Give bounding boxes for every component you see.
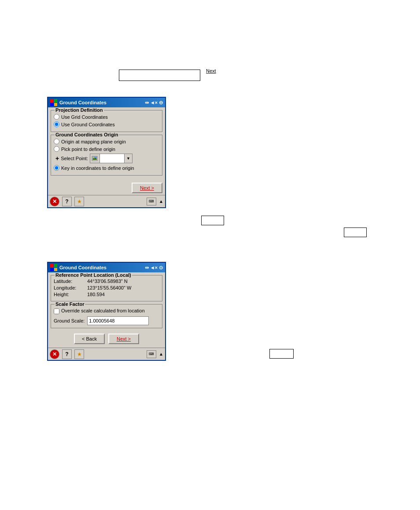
ground-scale-label: Ground Scale: <box>54 318 85 323</box>
radio-mapping-label: Origin at mapping plane origin <box>61 139 126 144</box>
reference-group-label: Reference Point Location (Local) <box>55 272 132 278</box>
title-buttons-1: ⇔ ◄× ⊖ <box>145 100 163 106</box>
float-box-2 <box>344 227 367 237</box>
close-icon-1[interactable]: ⊖ <box>159 100 163 106</box>
scroll-arrow-2[interactable]: ▲ <box>159 352 163 356</box>
radio-keyin-label: Key in coordinates to define origin <box>61 165 134 171</box>
taskbar-close-btn-1[interactable]: ✕ <box>50 197 59 206</box>
projection-group: Projection Definition Use Grid Coordinat… <box>51 110 162 132</box>
float-box-1-label <box>202 216 224 218</box>
height-label: Height: <box>54 292 85 297</box>
longitude-label: Longitude: <box>54 285 85 290</box>
latitude-row: Latitude: 44°33'06.58983" N <box>54 279 159 284</box>
radio-keyin-row[interactable]: Key in coordinates to define origin <box>54 165 159 171</box>
radio-keyin-coordinates[interactable] <box>54 165 59 171</box>
taskbar-star-btn-2[interactable]: ★ <box>74 349 84 359</box>
height-row: Height: 180.594 <box>54 292 159 297</box>
ground-scale-input[interactable] <box>87 316 149 325</box>
float-box-3 <box>269 349 294 359</box>
radio-grid-row[interactable]: Use Grid Coordinates <box>54 114 159 120</box>
dialog-content-1: Projection Definition Use Grid Coordinat… <box>48 107 165 181</box>
longitude-value: 123°15'55.56400" W <box>87 285 131 290</box>
windows-logo-icon-2 <box>50 264 57 271</box>
select-point-label: Select Point: <box>61 156 88 161</box>
radio-ground-row[interactable]: Use Ground Coordinates <box>54 121 159 127</box>
btn-row-2: < Back Next > <box>51 331 162 345</box>
taskbar-1: ✕ ? ★ ⌨ ▲ <box>48 195 165 207</box>
dialog-footer-1: Next > <box>48 181 165 195</box>
reference-group: Reference Point Location (Local) Latitud… <box>51 275 162 301</box>
top-input-box[interactable] <box>119 70 200 81</box>
back-button-2[interactable]: < Back <box>74 334 105 344</box>
keyboard-icon-1[interactable]: ⌨ <box>147 198 156 205</box>
latitude-label: Latitude: <box>54 279 85 284</box>
override-label: Override scale calculated from location <box>61 308 145 313</box>
height-value: 180.594 <box>87 292 105 297</box>
taskbar-star-btn-1[interactable]: ★ <box>74 197 84 206</box>
dialog-ground-coordinates-1: Ground Coordinates ⇔ ◄× ⊖ Projection Def… <box>47 97 166 208</box>
top-annotation-text: Next <box>206 68 216 73</box>
plus-icon: + <box>55 155 59 162</box>
scroll-arrow-1[interactable]: ▲ <box>159 199 163 204</box>
latitude-value: 44°33'06.58983" N <box>87 279 128 284</box>
override-checkbox[interactable] <box>54 308 59 314</box>
windows-logo-icon <box>50 99 57 106</box>
radio-mapping-row[interactable]: Origin at mapping plane origin <box>54 139 159 144</box>
svg-point-3 <box>93 157 94 158</box>
radio-grid-coordinates[interactable] <box>54 114 59 120</box>
select-point-input[interactable] <box>100 154 124 163</box>
scale-group-label: Scale Factor <box>55 301 85 307</box>
dialog-ground-coordinates-2: Ground Coordinates ⇔ ◄× ⊙ Reference Poin… <box>47 262 166 361</box>
next-button-1[interactable]: Next > <box>132 183 162 193</box>
override-checkbox-row[interactable]: Override scale calculated from location <box>54 308 159 314</box>
taskbar-help-btn-2[interactable]: ? <box>62 349 72 359</box>
radio-grid-label: Use Grid Coordinates <box>61 114 108 120</box>
select-point-input-wrap: ▼ <box>90 154 133 163</box>
keyboard-icon-2[interactable]: ⌨ <box>147 350 156 358</box>
next-button-2[interactable]: Next > <box>108 334 139 344</box>
speaker-icon-2[interactable]: ◄× <box>150 265 158 270</box>
resize-icon-2[interactable]: ⇔ <box>145 265 149 271</box>
radio-origin-pick[interactable] <box>54 146 59 152</box>
radio-ground-label: Use Ground Coordinates <box>61 122 115 127</box>
scale-group: Scale Factor Override scale calculated f… <box>51 304 162 328</box>
dialog-title-2: Ground Coordinates <box>59 265 143 270</box>
select-point-row: + Select Point: ▼ <box>55 154 159 163</box>
titlebar-2: Ground Coordinates ⇔ ◄× ⊙ <box>48 263 165 272</box>
longitude-row: Longitude: 123°15'55.56400" W <box>54 285 159 290</box>
origin-group-label: Ground Coordinates Origin <box>55 132 119 137</box>
taskbar-2: ✕ ? ★ ⌨ ▲ <box>48 348 165 360</box>
close-icon-2[interactable]: ⊙ <box>159 265 163 271</box>
dialog-content-2: Reference Point Location (Local) Latitud… <box>48 272 165 348</box>
origin-group: Ground Coordinates Origin Origin at mapp… <box>51 135 162 176</box>
radio-origin-mapping[interactable] <box>54 139 59 144</box>
radio-pick-label: Pick point to define origin <box>61 147 115 152</box>
taskbar-close-btn-2[interactable]: ✕ <box>50 349 59 359</box>
ground-scale-row: Ground Scale: <box>54 316 159 325</box>
dialog-title-1: Ground Coordinates <box>59 100 143 105</box>
resize-icon-1[interactable]: ⇔ <box>145 100 149 106</box>
title-buttons-2: ⇔ ◄× ⊙ <box>145 265 163 271</box>
taskbar-help-btn-1[interactable]: ? <box>62 197 72 206</box>
speaker-icon-1[interactable]: ◄× <box>150 100 158 105</box>
select-point-dropdown-btn[interactable]: ▼ <box>124 154 132 163</box>
float-box-1 <box>201 216 224 225</box>
radio-pick-row[interactable]: Pick point to define origin <box>54 146 159 152</box>
projection-group-label: Projection Definition <box>55 107 104 113</box>
radio-ground-coordinates[interactable] <box>54 121 59 127</box>
titlebar-1: Ground Coordinates ⇔ ◄× ⊖ <box>48 98 165 107</box>
select-point-image-icon[interactable] <box>90 154 100 163</box>
